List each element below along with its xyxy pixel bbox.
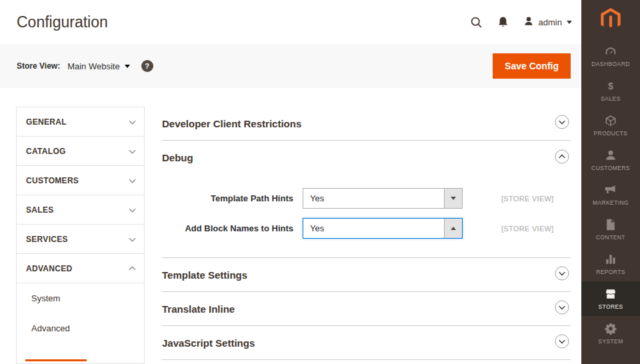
sidebar-item-label: CONTENT	[596, 234, 625, 241]
config-nav-subitem-advanced[interactable]: Advanced	[17, 313, 144, 343]
sidebar-item-label: SALES	[601, 95, 620, 102]
debug-fields-group: Template Path Hints Yes [STORE VIEW] Add…	[162, 175, 571, 258]
svg-text:$: $	[608, 81, 613, 91]
config-nav-item-catalog[interactable]: CATALOG	[17, 137, 144, 166]
advanced-subsection-list: System Advanced	[17, 283, 144, 364]
store-view-switcher[interactable]: Main Website	[67, 61, 130, 71]
store-view-label: Store View:	[17, 61, 60, 71]
admin-username: admin	[539, 17, 562, 27]
reports-icon	[604, 253, 617, 266]
sidebar-item-marketing[interactable]: MARKETING	[581, 177, 640, 212]
accordion-title: Debug	[162, 152, 193, 163]
system-icon	[604, 322, 617, 335]
chevron-circle-down-icon	[555, 266, 569, 283]
save-config-button[interactable]: Save Config	[493, 53, 571, 79]
main-column: Configuration admin Store View:	[0, 0, 581, 364]
config-nav-item-general[interactable]: GENERAL	[17, 107, 144, 137]
accordion-title: Developer Client Restrictions	[162, 118, 301, 129]
field-row-add-block-names: Add Block Names to Hints Yes [STORE VIEW…	[162, 218, 571, 239]
config-nav-subitem-system[interactable]: System	[17, 283, 144, 313]
page-toolbar: Store View: Main Website ? Save Config	[0, 44, 581, 88]
accordion-title: Translate Inline	[162, 303, 235, 315]
stores-icon	[604, 287, 617, 301]
sidebar-item-reports[interactable]: REPORTS	[581, 247, 640, 281]
chevron-up-icon	[129, 266, 136, 273]
marketing-icon	[604, 183, 617, 197]
field-label: Add Block Names to Hints	[162, 223, 293, 233]
admin-user-menu[interactable]: admin	[523, 16, 572, 29]
config-nav-label: CATALOG	[26, 147, 66, 156]
template-path-hints-select[interactable]: Yes	[303, 188, 463, 209]
config-nav-label: GENERAL	[26, 117, 67, 127]
sidebar-item-system[interactable]: SYSTEM	[581, 316, 640, 351]
sidebar-item-label: SYSTEM	[598, 338, 623, 345]
chevron-circle-down-icon	[555, 115, 569, 132]
chevron-down-icon	[129, 147, 136, 153]
sidebar-item-products[interactable]: PRODUCTS	[581, 108, 640, 143]
search-icon[interactable]	[470, 16, 483, 29]
config-nav-label: CUSTOMERS	[26, 176, 79, 185]
store-view-value: Main Website	[67, 61, 120, 71]
sidebar-item-stores[interactable]: STORES	[581, 281, 640, 316]
config-nav-item-advanced[interactable]: ADVANCED	[17, 254, 144, 283]
help-icon[interactable]: ?	[141, 60, 153, 72]
sidebar-item-label: DASHBOARD	[591, 61, 629, 67]
accordion-title: Template Settings	[162, 269, 247, 281]
dashboard-icon	[604, 45, 617, 58]
accordion-title: JavaScript Settings	[162, 337, 255, 349]
accordion-debug[interactable]: Debug	[162, 141, 571, 175]
select-value: Yes	[303, 189, 331, 208]
accordion-template-settings[interactable]: Template Settings	[162, 258, 571, 292]
chevron-circle-up-icon	[555, 149, 569, 167]
select-arrow	[444, 189, 462, 208]
field-label: Template Path Hints	[162, 193, 293, 203]
chevron-down-icon	[129, 235, 136, 241]
chevron-up-icon	[451, 227, 456, 230]
sidebar-item-dashboard[interactable]: DASHBOARD	[581, 39, 640, 73]
select-arrow	[444, 219, 462, 238]
sales-icon: $	[604, 79, 617, 93]
config-nav-label: SERVICES	[26, 235, 68, 244]
add-block-names-select[interactable]: Yes	[303, 218, 463, 239]
chevron-down-icon	[129, 176, 136, 183]
accordion-javascript-settings[interactable]: JavaScript Settings	[162, 326, 571, 360]
config-nav-item-customers[interactable]: CUSTOMERS	[17, 166, 144, 195]
page-header: Configuration admin	[0, 0, 581, 44]
chevron-down-icon	[567, 21, 572, 24]
sidebar-item-label: STORES	[598, 303, 623, 310]
config-section-nav: GENERAL CATALOG CUSTOMERS SALES SERVICES	[16, 107, 145, 364]
accordion-developer-client-restrictions[interactable]: Developer Client Restrictions	[162, 107, 571, 141]
sidebar-item-content[interactable]: CONTENT	[581, 212, 640, 247]
config-accordion-panel: Developer Client Restrictions Debug Temp…	[162, 107, 571, 364]
config-nav-item-sales[interactable]: SALES	[17, 195, 144, 225]
chevron-circle-down-icon	[555, 300, 569, 317]
config-nav-item-services[interactable]: SERVICES	[17, 225, 144, 254]
config-nav-label: SALES	[26, 205, 54, 215]
user-avatar-icon	[523, 16, 534, 29]
sidebar-item-label: PRODUCTS	[594, 130, 628, 137]
select-value: Yes	[303, 219, 331, 238]
sidebar-item-label: REPORTS	[596, 269, 625, 275]
content-area: GENERAL CATALOG CUSTOMERS SALES SERVICES	[0, 88, 581, 364]
admin-sidebar: DASHBOARD $ SALES PRODUCTS CUSTOMERS MAR…	[581, 0, 640, 364]
field-scope-label: [STORE VIEW]	[501, 195, 554, 203]
chevron-down-icon	[129, 205, 136, 212]
magento-logo[interactable]	[581, 0, 640, 39]
header-actions: admin	[470, 16, 572, 29]
config-nav-label: ADVANCED	[26, 264, 73, 273]
chevron-down-icon	[129, 117, 136, 124]
chevron-down-icon	[451, 197, 456, 200]
magento-admin-page: Configuration admin Store View:	[0, 0, 640, 364]
field-row-template-path-hints: Template Path Hints Yes [STORE VIEW]	[162, 188, 571, 209]
customers-icon	[604, 149, 617, 162]
chevron-down-icon	[125, 65, 130, 68]
sidebar-item-customers[interactable]: CUSTOMERS	[581, 143, 640, 177]
field-scope-label: [STORE VIEW]	[501, 225, 554, 233]
sidebar-item-label: MARKETING	[593, 199, 629, 206]
page-title: Configuration	[17, 13, 108, 31]
config-nav-subitem-partial[interactable]	[17, 343, 144, 363]
notifications-bell-icon[interactable]	[497, 16, 509, 28]
accordion-translate-inline[interactable]: Translate Inline	[162, 292, 571, 326]
chevron-circle-down-icon	[555, 334, 569, 351]
sidebar-item-sales[interactable]: $ SALES	[581, 73, 640, 108]
